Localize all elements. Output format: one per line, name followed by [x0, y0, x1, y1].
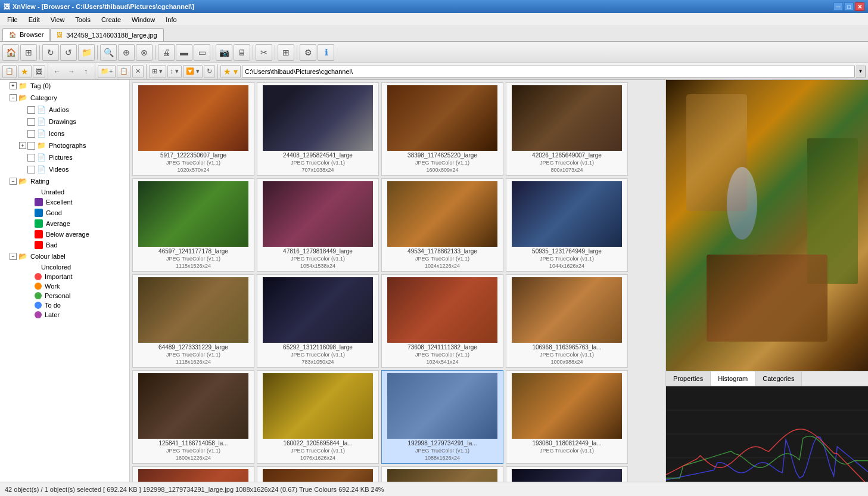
move-button[interactable]: ✂	[256, 44, 272, 61]
sidebar-item-3[interactable]: 📄Drawings	[0, 116, 129, 128]
close-button[interactable]: ✕	[855, 2, 864, 11]
menu-create[interactable]: Create	[97, 15, 126, 24]
sidebar-item-7[interactable]: 📄Videos	[0, 163, 129, 175]
view2-button[interactable]: ▭	[194, 44, 210, 61]
refresh2-button[interactable]: ↻	[204, 65, 215, 78]
nav-button[interactable]: ⊕	[118, 44, 135, 61]
fav2-button[interactable]: ★ ▾	[220, 65, 241, 78]
sidebar-item-8[interactable]: −📂Rating	[0, 175, 129, 187]
thumbnail-19[interactable]: 244895_1191333321_la... JPEG TrueColor (…	[506, 466, 628, 482]
menu-tools[interactable]: Tools	[70, 15, 95, 24]
address-dropdown[interactable]: ▼	[856, 66, 866, 78]
sidebar-item-9[interactable]: Unrated	[0, 187, 129, 197]
thumbnail-13[interactable]: 160022_1205695844_la... JPEG TrueColor (…	[257, 370, 379, 464]
expand-8[interactable]: −	[10, 178, 17, 185]
print-button[interactable]: 🖨	[158, 44, 175, 61]
thumbnail-12[interactable]: 125841_1166714058_la... JPEG TrueColor (…	[132, 370, 254, 464]
thumbnail-16[interactable]: 218717_1310767180_la... JPEG TrueColor (…	[132, 466, 254, 482]
thumbnail-15[interactable]: 193080_1180812449_la... JPEG TrueColor (…	[506, 370, 628, 464]
expand-0[interactable]: +	[10, 82, 17, 89]
thumbnail-1[interactable]: 24408_1295824541_large JPEG TrueColor (v…	[257, 82, 379, 176]
sidebar-item-1[interactable]: −📂Category	[0, 92, 129, 104]
tab-1[interactable]: 🖼342459_1314603188_large.jpg	[50, 28, 163, 41]
folder-button[interactable]: 📁	[78, 44, 95, 61]
forward-button[interactable]: →	[65, 65, 78, 78]
sort-button[interactable]: ↕ ▾	[167, 65, 182, 78]
title-controls[interactable]: ─ □ ✕	[833, 2, 864, 11]
tab-histogram[interactable]: Histogram	[711, 371, 755, 386]
thumbnail-3[interactable]: 42026_1265649007_large JPEG TrueColor (v…	[506, 82, 628, 176]
expand-5[interactable]: +	[19, 142, 26, 149]
thumbnail-11[interactable]: 106968_1163965763_la... JPEG TrueColor (…	[506, 274, 628, 368]
refresh-button[interactable]: ↻	[42, 44, 59, 61]
sidebar-item-5[interactable]: +📁Photographs	[0, 140, 129, 151]
sidebar-item-6[interactable]: 📄Pictures	[0, 151, 129, 163]
thumbnail-10[interactable]: 73608_1241111382_large JPEG TrueColor (v…	[381, 274, 503, 368]
tab-properties[interactable]: Properties	[666, 371, 711, 386]
thumbnail-5[interactable]: 47816_1279818449_large JPEG TrueColor (v…	[257, 178, 379, 272]
sidebar-item-20[interactable]: To do	[0, 300, 129, 310]
settings-button[interactable]: ⚙	[300, 44, 316, 61]
back-button[interactable]: ←	[51, 65, 64, 78]
sidebar-item-0[interactable]: +📁Tag (0)	[0, 80, 129, 92]
address-input[interactable]	[242, 66, 855, 78]
checkbox-5[interactable]	[27, 142, 35, 150]
view-toggle-button[interactable]: ⊞ ▾	[149, 65, 166, 78]
info-button[interactable]: ℹ	[318, 44, 334, 61]
sidebar-item-19[interactable]: Personal	[0, 291, 129, 300]
thumbnail-view-button[interactable]: ⊞	[20, 44, 37, 61]
thumbnail-8[interactable]: 64489_1273331229_large JPEG TrueColor (v…	[132, 274, 254, 368]
maximize-button[interactable]: □	[844, 2, 854, 11]
thumbnail-0[interactable]: 5917_1222350607_large JPEG TrueColor (v1…	[132, 82, 254, 176]
sidebar-item-18[interactable]: Work	[0, 281, 129, 291]
sidebar-item-4[interactable]: 📄Icons	[0, 128, 129, 140]
up-button[interactable]: ↑	[79, 65, 92, 78]
search-button[interactable]: 🔍	[100, 44, 117, 61]
checkbox-3[interactable]	[27, 118, 35, 126]
thumbnail-18[interactable]: 232407_1327395565_la... JPEG TrueColor (…	[381, 466, 503, 482]
menu-file[interactable]: File	[2, 15, 23, 24]
expand-1[interactable]: −	[10, 94, 17, 101]
checkbox-7[interactable]	[27, 166, 35, 173]
thumbnail-6[interactable]: 49534_1178862133_large JPEG TrueColor (v…	[381, 178, 503, 272]
sidebar-item-21[interactable]: Later	[0, 310, 129, 320]
menu-window[interactable]: Window	[127, 15, 160, 24]
expand-15[interactable]: −	[10, 253, 17, 260]
minimize-button[interactable]: ─	[833, 2, 843, 11]
checkbox-4[interactable]	[27, 130, 35, 138]
thumbnail-17[interactable]: 227196_1212816786_la... JPEG TrueColor (…	[257, 466, 379, 482]
tab-categories[interactable]: Categories	[755, 371, 802, 386]
view1-button[interactable]: ▬	[176, 44, 192, 61]
filter-button[interactable]: 🔽 ▾	[183, 65, 203, 78]
copy2-button[interactable]: 📋	[117, 65, 131, 78]
thumbnail-4[interactable]: 46597_1241177178_large JPEG TrueColor (v…	[132, 178, 254, 272]
sidebar-item-14[interactable]: Bad	[0, 240, 129, 250]
browse-back-button[interactable]: 🏠	[2, 44, 19, 61]
sidebar-item-16[interactable]: Uncolored	[0, 262, 129, 272]
menu-view[interactable]: View	[46, 15, 70, 24]
checkbox-6[interactable]	[27, 154, 35, 162]
viewer-button[interactable]: 🖼	[33, 65, 45, 78]
new-button[interactable]: 📋	[2, 65, 17, 78]
thumbnail-2[interactable]: 38398_1174625220_large JPEG TrueColor (v…	[381, 82, 503, 176]
sidebar-item-10[interactable]: Excellent	[0, 197, 129, 207]
sidebar-item-17[interactable]: Important	[0, 272, 129, 281]
thumbnail-14[interactable]: 192998_1279734291_la... JPEG TrueColor (…	[381, 370, 503, 464]
tab-0[interactable]: 🏠Browser	[2, 28, 50, 41]
sidebar-item-11[interactable]: Good	[0, 207, 129, 218]
checkbox-2[interactable]	[27, 106, 35, 114]
grid-button[interactable]: ⊞	[278, 44, 294, 61]
menu-edit[interactable]: Edit	[24, 15, 45, 24]
sidebar-item-15[interactable]: −📂Colour label	[0, 250, 129, 262]
sidebar-item-12[interactable]: Average	[0, 218, 129, 229]
refresh-all-button[interactable]: ↺	[60, 44, 77, 61]
thumbnail-9[interactable]: 65292_1312116098_large JPEG TrueColor (v…	[257, 274, 379, 368]
sidebar-item-13[interactable]: Below average	[0, 229, 129, 240]
camera-button[interactable]: 📷	[216, 44, 232, 61]
delete-button[interactable]: ✕	[132, 65, 144, 78]
favorites-button[interactable]: ★	[18, 65, 32, 78]
menu-info[interactable]: Info	[161, 15, 181, 24]
sidebar-item-2[interactable]: 📄Audios	[0, 104, 129, 116]
new-folder-button[interactable]: 📁+	[98, 65, 116, 78]
thumbnail-7[interactable]: 50935_1231764949_large JPEG TrueColor (v…	[506, 178, 628, 272]
